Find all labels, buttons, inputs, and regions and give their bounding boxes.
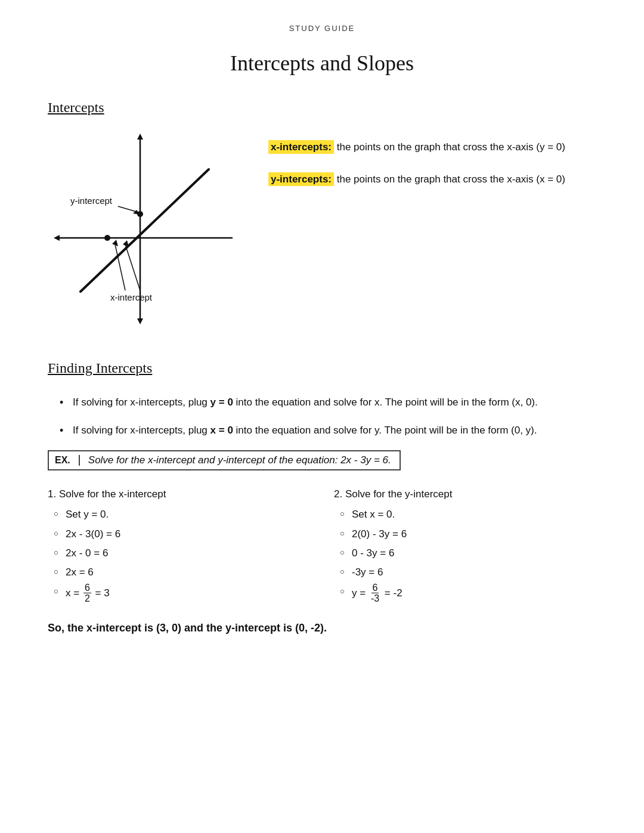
- bullet1-suffix: into the equation and solve for x. The p…: [233, 397, 538, 408]
- step-col1-item-3: 2x - 0 = 6: [54, 544, 310, 563]
- step-col2-heading: 2. Solve for the y-intercept: [334, 488, 596, 500]
- intercepts-definitions: x-intercepts: the points on the graph th…: [268, 134, 596, 203]
- svg-line-6: [80, 169, 209, 292]
- step-col-2: 2. Solve for the y-intercept Set x = 0. …: [334, 488, 596, 603]
- fraction-6-2: 62: [83, 583, 91, 604]
- example-text: Solve for the x-intercept and y-intercep…: [88, 454, 391, 466]
- bullet2-prefix: If solving for x-intercepts, plug: [73, 425, 210, 436]
- step-col1-item-1: Set y = 0.: [54, 505, 310, 524]
- svg-marker-4: [137, 134, 143, 140]
- svg-text:x-intercept: x-intercept: [110, 292, 153, 302]
- x-intercepts-def: x-intercepts: the points on the graph th…: [268, 140, 596, 155]
- fraction-6-neg3: 6-3: [370, 583, 380, 604]
- example-label: EX.: [55, 455, 80, 466]
- svg-line-15: [125, 244, 140, 290]
- svg-point-8: [104, 235, 110, 241]
- example-box: EX. Solve for the x-intercept and y-inte…: [48, 450, 401, 470]
- step-col2-item-5: y = 6-3 = -2: [340, 583, 596, 604]
- step-col2-item-4: -3y = 6: [340, 563, 596, 582]
- coordinate-graph: y-intercept x-intercept: [48, 134, 233, 324]
- finding-intercepts-heading: Finding Intercepts: [48, 360, 596, 376]
- bullet1-bold: y = 0: [210, 397, 233, 408]
- step-col-1: 1. Solve for the x-intercept Set y = 0. …: [48, 488, 310, 603]
- step-col1-item-4: 2x = 6: [54, 563, 310, 582]
- step-col2-list: Set x = 0. 2(0) - 3y = 6 0 - 3y = 6 -3y …: [334, 505, 596, 603]
- step-col2-item-2: 2(0) - 3y = 6: [340, 525, 596, 544]
- bullet-item-1: If solving for x-intercepts, plug y = 0 …: [60, 394, 596, 410]
- finding-intercepts-section: Finding Intercepts If solving for x-inte…: [48, 360, 596, 634]
- bullet2-bold: x = 0: [210, 425, 233, 436]
- svg-marker-2: [54, 235, 60, 241]
- intercepts-section: y-intercept x-intercept x-intercepts: th…: [48, 134, 596, 324]
- bullet1-prefix: If solving for x-intercepts, plug: [73, 397, 210, 408]
- graph-svg: y-intercept x-intercept: [48, 134, 233, 324]
- x-intercepts-text: the points on the graph that cross the x…: [334, 141, 565, 153]
- main-title: Intercepts and Slopes: [48, 51, 596, 76]
- step-col1-heading: 1. Solve for the x-intercept: [48, 488, 310, 500]
- study-guide-label: STUDY GUIDE: [48, 24, 596, 33]
- step-col1-list: Set y = 0. 2x - 3(0) = 6 2x - 0 = 6 2x =…: [48, 505, 310, 603]
- y-intercepts-def: y-intercepts: the points on the graph th…: [268, 172, 596, 187]
- conclusion-text: So, the x-intercept is (3, 0) and the y-…: [48, 622, 596, 634]
- y-intercepts-highlight: y-intercepts:: [268, 172, 334, 186]
- intercepts-heading: Intercepts: [48, 100, 596, 116]
- svg-text:y-intercept: y-intercept: [70, 196, 113, 206]
- bullet-item-2: If solving for x-intercepts, plug x = 0 …: [60, 422, 596, 438]
- step-col1-item-2: 2x - 3(0) = 6: [54, 525, 310, 544]
- steps-two-column: 1. Solve for the x-intercept Set y = 0. …: [48, 488, 596, 603]
- x-intercepts-highlight: x-intercepts:: [268, 140, 334, 154]
- step-col2-item-3: 0 - 3y = 6: [340, 544, 596, 563]
- step-col1-item-5: x = 62 = 3: [54, 583, 310, 604]
- bullet2-suffix: into the equation and solve for y. The p…: [233, 425, 537, 436]
- finding-intercepts-list: If solving for x-intercepts, plug y = 0 …: [48, 394, 596, 438]
- step-col2-item-1: Set x = 0.: [340, 505, 596, 524]
- svg-marker-5: [137, 318, 143, 324]
- y-intercepts-text: the points on the graph that cross the x…: [334, 174, 565, 185]
